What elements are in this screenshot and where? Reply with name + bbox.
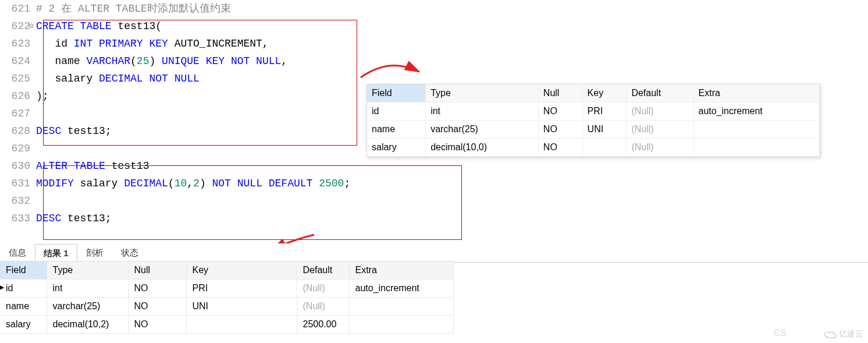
line-number: 633	[0, 210, 36, 227]
fold-toggle-icon[interactable]: ⊟	[29, 17, 33, 35]
tab-2[interactable]: 剖析	[77, 243, 112, 262]
line-number: 624	[0, 52, 36, 70]
line-number: 625	[0, 70, 36, 87]
results-header[interactable]: Extra	[349, 261, 454, 280]
results-header[interactable]: Null	[128, 261, 186, 280]
table-row: namevarchar(25)NOUNI(Null)	[367, 121, 820, 139]
results-header[interactable]: Key	[186, 261, 297, 280]
line-number: 628	[0, 122, 36, 140]
watermark-brand: 亿速云	[824, 329, 863, 340]
cloud-icon	[824, 330, 837, 338]
line-number: 623	[0, 35, 36, 52]
code-line[interactable]: 623 id INT PRIMARY KEY AUTO_INCREMENT,	[0, 35, 868, 52]
line-number: 630	[0, 157, 36, 175]
code-line[interactable]: 632	[0, 192, 868, 210]
results-header[interactable]: Default	[297, 261, 349, 280]
line-number: 631	[0, 175, 36, 192]
code-line[interactable]: 631MODIFY salary DECIMAL(10,2) NOT NULL …	[0, 175, 868, 192]
code-line[interactable]: 624 name VARCHAR(25) UNIQUE KEY NOT NULL…	[0, 52, 868, 70]
tab-1[interactable]: 结果 1	[35, 244, 77, 263]
tab-3[interactable]: 状态	[112, 243, 147, 262]
table-row[interactable]: salarydecimal(10,2)NO2500.00	[0, 316, 454, 334]
desc-popup-table: FieldTypeNullKeyDefaultExtraidintNOPRI(N…	[367, 84, 820, 157]
line-number: 627	[0, 105, 36, 122]
table-row[interactable]: ▶idintNOPRI(Null)auto_increment	[0, 280, 454, 298]
results-grid[interactable]: FieldTypeNullKeyDefaultExtra▶idintNOPRI(…	[0, 261, 454, 334]
popup-header: Default	[627, 84, 693, 102]
table-row: salarydecimal(10,0)NO(Null)	[367, 139, 820, 157]
line-number: 632	[0, 192, 36, 210]
table-row: idintNOPRI(Null)auto_increment	[367, 102, 820, 121]
popup-header: Field	[367, 84, 426, 102]
popup-header: Key	[582, 84, 627, 102]
line-number: 626	[0, 87, 36, 105]
results-tabs: 信息结果 1剖析状态	[0, 243, 868, 263]
row-marker-icon: ▶	[0, 283, 4, 291]
code-line[interactable]: 622⊟CREATE TABLE test13(	[0, 17, 868, 35]
code-line[interactable]: 630ALTER TABLE test13	[0, 157, 868, 175]
tab-0[interactable]: 信息	[0, 243, 35, 262]
popup-header: Type	[426, 84, 539, 102]
table-row[interactable]: namevarchar(25)NOUNI(Null)	[0, 298, 454, 316]
results-header[interactable]: Field	[0, 261, 47, 280]
code-line[interactable]: 621# 2 在 ALTER TABLE时添加默认值约束	[0, 0, 868, 17]
line-number: 621	[0, 0, 36, 17]
popup-header: Null	[538, 84, 582, 102]
line-number: 629	[0, 140, 36, 157]
code-line[interactable]: 633DESC test13;	[0, 210, 868, 227]
popup-header: Extra	[693, 84, 819, 102]
watermark-cs: CS	[774, 328, 787, 338]
results-header[interactable]: Type	[47, 261, 128, 280]
